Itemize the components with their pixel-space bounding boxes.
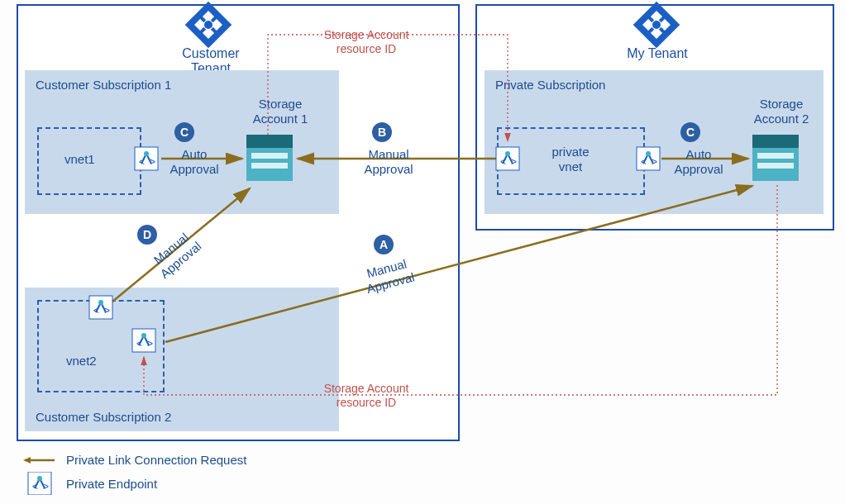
diagram-canvas: Customer Tenant My Tenant Customer Subsc…	[0, 0, 845, 504]
storage-1-label: Storage Account 1	[235, 97, 326, 126]
vnet2-box	[37, 300, 165, 392]
svg-text:>: >	[43, 481, 49, 492]
c2-label: Auto Approval	[670, 147, 728, 177]
badge-a: A	[374, 235, 394, 254]
svg-text:<: <	[32, 481, 38, 492]
legend-endpoint: Private Endpoint	[66, 477, 157, 491]
badge-c: C	[174, 122, 194, 142]
vnet1-label: vnet1	[64, 152, 95, 167]
subscription-title: Customer Subscription 1	[36, 78, 171, 92]
storage-account-2-icon	[752, 135, 799, 181]
resource-id-annot-bottom: Storage Account resource ID	[313, 382, 420, 410]
b-label: Manual Approval	[356, 147, 422, 177]
vnet2-label: vnet2	[66, 354, 97, 368]
subscription-title: Customer Subscription 2	[36, 410, 171, 424]
legend: Private Link Connection Request <> Priva…	[23, 453, 246, 500]
arrow-icon	[23, 454, 56, 467]
my-tenant-label: My Tenant	[620, 46, 695, 61]
storage-2-label: Storage Account 2	[736, 97, 827, 126]
badge-d: D	[137, 225, 157, 245]
storage-account-1-icon	[246, 135, 293, 181]
badge-b: B	[372, 122, 392, 142]
badge-c2: C	[680, 122, 700, 142]
azure-tenant-icon	[184, 0, 233, 50]
azure-tenant-icon	[632, 0, 681, 50]
legend-link-request: Private Link Connection Request	[66, 453, 246, 467]
private-vnet-label: private vnet	[537, 145, 604, 174]
c1-label: Auto Approval	[165, 147, 223, 177]
private-endpoint-icon: <>	[23, 472, 56, 495]
subscription-title: Private Subscription	[495, 78, 605, 92]
resource-id-annot-top: Storage Account resource ID	[313, 28, 420, 56]
